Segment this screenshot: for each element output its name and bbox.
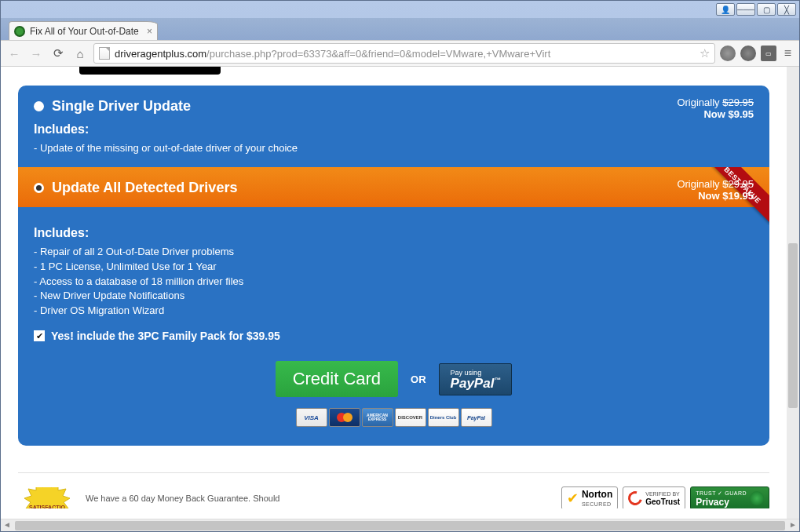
card-discover-icon: DISCOVER	[395, 408, 426, 427]
window-titlebar: 👤 ─── ▢ ╳	[1, 1, 799, 18]
extension-icon-3[interactable]: ▭	[761, 46, 776, 61]
norton-badge: ✔ NortonSECURED	[561, 486, 618, 509]
card-amex-icon: AMERICAN EXPRESS	[362, 408, 393, 427]
option-details: Includes: - Repair of all 2 Out-of-Date …	[18, 207, 769, 446]
browser-toolbar: ← → ⟳ ⌂ driveragentplus.com/purchase.php…	[1, 40, 799, 67]
feature-item: - Access to a database of 18 million dri…	[34, 275, 754, 290]
tab-favicon	[14, 26, 25, 37]
window-minimize-button[interactable]: ───	[736, 3, 755, 16]
family-pack-label: Yes! include the 3PC Family Pack for $39…	[51, 330, 280, 342]
payment-buttons: Credit Card OR Pay using PayPal™	[34, 361, 754, 397]
reload-button[interactable]: ⟳	[49, 45, 67, 62]
radio-update-all[interactable]	[34, 183, 44, 193]
option-update-all[interactable]: BEST VALUE Update All Detected Drivers O…	[18, 167, 769, 207]
horizontal-scrollbar[interactable]	[1, 519, 799, 531]
satisfaction-badge: SATISFACTIO	[18, 487, 76, 509]
tab-close-icon[interactable]: ×	[147, 26, 152, 37]
window-maximize-button[interactable]: ▢	[757, 3, 776, 16]
privacy-badge: TRUST ✓ GUARDPrivacy	[690, 486, 769, 509]
window-profile-button[interactable]: 👤	[716, 3, 735, 16]
family-pack-checkbox[interactable]: ✔	[34, 330, 45, 341]
extension-icon-1[interactable]	[720, 46, 736, 61]
credit-card-button[interactable]: Credit Card	[276, 361, 398, 397]
purchase-panel: Single Driver Update Originally $29.95 N…	[18, 86, 769, 446]
svg-text:SATISFACTIO: SATISFACTIO	[29, 505, 65, 509]
accepted-cards: VISA AMERICAN EXPRESS DISCOVER Diners Cl…	[34, 408, 754, 427]
feature-item: - New Driver Update Notifications	[34, 289, 754, 304]
bookmark-star-icon[interactable]: ☆	[700, 46, 710, 60]
browser-window: 👤 ─── ▢ ╳ Fix All of Your Out-of-Date × …	[0, 0, 800, 532]
card-mastercard-icon	[329, 408, 360, 427]
page-footer: SATISFACTIO We have a 60 day Money Back …	[18, 472, 769, 508]
vertical-scrollbar[interactable]	[787, 67, 799, 519]
card-diners-icon: Diners Club	[428, 408, 459, 427]
page-icon	[99, 47, 110, 60]
feature-item: - Driver OS Migration Wizard	[34, 304, 754, 319]
price-block: Originally $29.95 Now $19.95	[677, 178, 754, 202]
price-block: Originally $29.95 Now $9.95	[677, 97, 754, 120]
chrome-menu-button[interactable]: ≡	[781, 46, 795, 60]
address-bar[interactable]: driveragentplus.com/purchase.php?prod=63…	[93, 43, 715, 64]
browser-tab[interactable]: Fix All of Your Out-of-Date ×	[9, 21, 158, 40]
includes-header: Includes:	[34, 122, 754, 137]
family-pack-checkbox-row: ✔ Yes! include the 3PC Family Pack for $…	[34, 330, 754, 342]
or-label: OR	[411, 373, 426, 385]
privacy-seal-icon	[750, 491, 764, 505]
window-close-button[interactable]: ╳	[777, 3, 796, 16]
page-fragment	[79, 67, 221, 75]
extension-gear-icon[interactable]	[740, 46, 756, 61]
geotrust-swirl-icon	[626, 488, 645, 508]
viewport: Single Driver Update Originally $29.95 N…	[1, 67, 799, 531]
geotrust-badge: VERIFIED BYGeoTrust	[623, 486, 685, 509]
option-single-driver[interactable]: Single Driver Update Originally $29.95 N…	[18, 86, 769, 167]
tab-title: Fix All of Your Out-of-Date	[30, 26, 142, 37]
card-visa-icon: VISA	[296, 408, 327, 427]
trust-badges: ✔ NortonSECURED VERIFIED BYGeoTrust TRUS…	[561, 486, 769, 509]
feature-item: - Repair of all 2 Out-of-Date Driver pro…	[34, 245, 754, 260]
feature-item: - 1 PC License, Unlimited Use for 1 Year	[34, 260, 754, 275]
tab-strip: Fix All of Your Out-of-Date ×	[1, 18, 799, 40]
paypal-button[interactable]: Pay using PayPal™	[439, 363, 513, 395]
page-content: Single Driver Update Originally $29.95 N…	[1, 67, 787, 519]
radio-single-driver[interactable]	[34, 101, 44, 111]
norton-check-icon: ✔	[567, 490, 579, 507]
feature-item: - Update of the missing or out-of-date d…	[34, 141, 754, 156]
forward-button[interactable]: →	[27, 45, 45, 62]
guarantee-text: We have a 60 day Money Back Guarantee. S…	[86, 494, 279, 503]
url-text: driveragentplus.com/purchase.php?prod=63…	[115, 48, 695, 60]
option-title: Single Driver Update	[52, 98, 191, 115]
includes-header: Includes:	[34, 226, 754, 240]
card-paypal-icon: PayPal	[461, 408, 492, 427]
home-button[interactable]: ⌂	[71, 45, 89, 62]
option-title: Update All Detected Drivers	[52, 180, 237, 196]
back-button[interactable]: ←	[5, 45, 23, 62]
